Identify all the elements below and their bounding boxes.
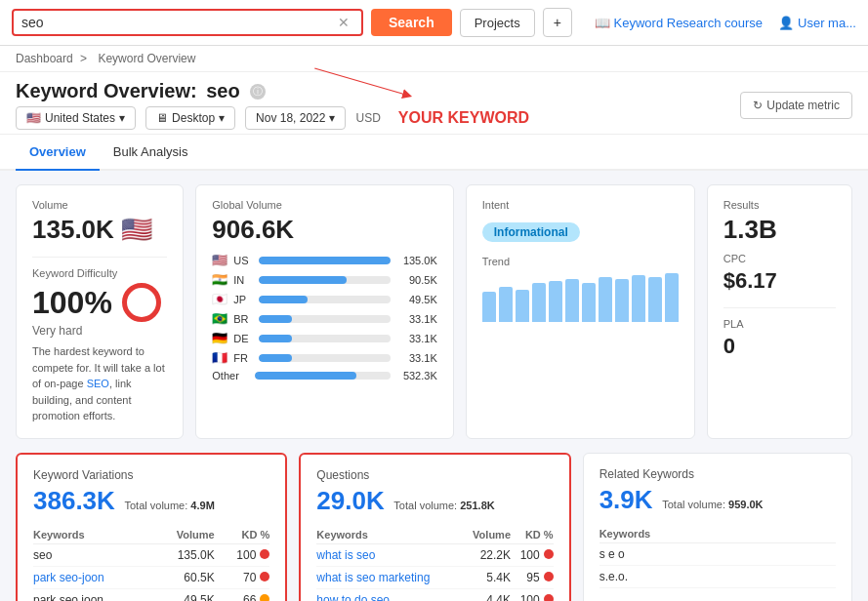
- country-bar-fill: [259, 276, 347, 284]
- q-volume-cell: 22.2K: [462, 543, 511, 566]
- table-row: seo 135.0K 100: [33, 543, 269, 566]
- projects-button[interactable]: Projects: [460, 9, 535, 37]
- country-row: 🇩🇪 DE 33.1K: [212, 331, 436, 345]
- volume-label: Volume: [32, 199, 167, 211]
- question-link[interactable]: how to do seo: [316, 593, 390, 602]
- other-bar-fill: [255, 372, 356, 380]
- main-content: Volume 135.0K 🇺🇸 Keyword Difficulty 100%…: [0, 171, 868, 601]
- related-kw-count: 3.9K: [599, 485, 653, 514]
- kd-cell: 70: [215, 566, 270, 588]
- search-button[interactable]: Search: [371, 9, 452, 36]
- tab-bulk-analysis[interactable]: Bulk Analysis: [100, 135, 202, 171]
- date-filter[interactable]: Nov 18, 2022 ▾: [245, 106, 346, 130]
- keyword-course-link[interactable]: 📖 Keyword Research course: [595, 16, 763, 30]
- question-link[interactable]: what is seo: [316, 548, 375, 562]
- related-kw-total: Total volume: 959.0K: [662, 499, 763, 510]
- global-volume-card: Global Volume 906.6K 🇺🇸 US 135.0K 🇮🇳 IN …: [195, 184, 453, 439]
- table-row: what is seo 22.2K 100: [316, 543, 553, 566]
- q-kw-cell: what is seo: [316, 543, 462, 566]
- refresh-icon: ↻: [753, 99, 763, 112]
- country-flag-icon: 🇧🇷: [212, 311, 227, 326]
- country-bar-bg: [259, 335, 390, 342]
- questions-table: Keywords Volume KD % what is seo 22.2K 1…: [316, 526, 553, 602]
- us-flag-icon: 🇺🇸: [121, 215, 152, 244]
- related-kw-count-row: 3.9K Total volume: 959.0K: [599, 485, 836, 515]
- tabs-bar: Overview Bulk Analysis: [0, 135, 868, 171]
- update-metrics-button[interactable]: ↻ Update metric: [740, 92, 852, 119]
- q-volume-cell: 4.4K: [462, 588, 511, 601]
- keyword-link[interactable]: park seo-joon: [33, 571, 104, 584]
- table-row: how to do seo 4.4K 100: [316, 588, 553, 601]
- kd-dot: [544, 594, 554, 602]
- top-cards-row: Volume 135.0K 🇺🇸 Keyword Difficulty 100%…: [16, 184, 852, 439]
- kd-cell: 66: [215, 588, 270, 601]
- table-row: park seo joon 49.5K 66: [33, 588, 269, 601]
- intent-label: Intent: [482, 199, 679, 211]
- add-button[interactable]: +: [543, 8, 572, 37]
- country-code: BR: [233, 313, 253, 325]
- volume-cell: 60.5K: [151, 566, 215, 588]
- pla-label: PLA: [723, 318, 836, 330]
- pla-value: 0: [723, 334, 836, 359]
- question-link[interactable]: what is seo marketing: [316, 571, 430, 584]
- clear-icon[interactable]: ✕: [338, 15, 350, 30]
- search-input[interactable]: [21, 15, 338, 30]
- trend-bar: [499, 287, 513, 322]
- country-bar-bg: [259, 354, 390, 362]
- trend-bar: [665, 273, 679, 322]
- questions-title: Questions: [316, 468, 553, 482]
- page-header: Keyword Overview: seo ⓘ 🇺🇸 United States…: [0, 72, 868, 135]
- country-row: 🇮🇳 IN 90.5K: [212, 272, 436, 287]
- kd-dot: [544, 572, 554, 581]
- your-keyword-label: YOUR KEYWORD: [398, 109, 529, 127]
- rk-keyword-text: s e o: [599, 542, 836, 565]
- user-menu-link[interactable]: 👤 User ma...: [778, 16, 856, 30]
- country-flag-icon: 🇫🇷: [212, 350, 227, 365]
- keyword-text: seo: [33, 548, 52, 562]
- country-filter[interactable]: 🇺🇸 United States ▾: [16, 106, 136, 130]
- trend-bar: [615, 279, 629, 322]
- volume-cell: 49.5K: [151, 588, 215, 601]
- other-value: 532.3K: [396, 370, 437, 381]
- cpc-value: $6.17: [723, 268, 836, 294]
- trend-bar: [565, 279, 579, 322]
- results-cpc-pla-card: Results 1.3B CPC $6.17 PLA 0: [707, 184, 852, 439]
- title-section: Keyword Overview: seo ⓘ 🇺🇸 United States…: [16, 80, 529, 130]
- country-bar-fill: [259, 296, 308, 303]
- top-bar: ✕ Search Projects + 📖 Keyword Research c…: [0, 0, 868, 46]
- global-volume-value: 906.6K: [212, 215, 436, 245]
- flag-icon: 🇺🇸: [26, 111, 41, 125]
- questions-total: Total volume: 251.8K: [393, 500, 494, 511]
- kd-hardness: Very hard: [32, 324, 167, 338]
- q-kd-cell: 95: [511, 566, 554, 588]
- kw-variations-total: Total volume: 4.9M: [124, 500, 214, 511]
- kd-dot: [544, 549, 554, 559]
- country-bar-bg: [259, 296, 390, 303]
- user-icon: 👤: [778, 16, 794, 30]
- desktop-icon: 🖥: [156, 111, 168, 125]
- country-value: 49.5K: [396, 294, 437, 305]
- country-code: DE: [233, 333, 253, 344]
- trend-bar: [582, 283, 596, 322]
- global-volume-label: Global Volume: [212, 199, 436, 211]
- chevron-down-icon-2: ▾: [219, 111, 225, 125]
- rk-keyword-text: s.e.o.: [599, 565, 836, 587]
- breadcrumb-separator: >: [80, 52, 87, 65]
- tab-overview[interactable]: Overview: [16, 135, 100, 171]
- q-col-kd-header: KD %: [511, 526, 554, 544]
- questions-count-row: 29.0K Total volume: 251.8K: [316, 486, 553, 516]
- country-flag-icon: 🇺🇸: [212, 253, 227, 267]
- country-bar-bg: [259, 257, 390, 264]
- trend-bar: [516, 290, 529, 322]
- keyword-variations-card: Keyword Variations 386.3K Total volume: …: [16, 453, 287, 602]
- breadcrumb-dashboard[interactable]: Dashboard: [16, 52, 73, 65]
- info-icon[interactable]: ⓘ: [250, 84, 266, 100]
- country-bar-fill: [259, 354, 292, 362]
- keyword-text: park seo joon: [33, 593, 103, 602]
- country-value: 33.1K: [396, 313, 437, 325]
- book-icon: 📖: [595, 16, 610, 30]
- device-filter[interactable]: 🖥 Desktop ▾: [145, 106, 235, 130]
- country-bar-bg: [259, 276, 390, 284]
- country-row: 🇺🇸 US 135.0K: [212, 253, 436, 267]
- other-label: Other: [212, 370, 249, 381]
